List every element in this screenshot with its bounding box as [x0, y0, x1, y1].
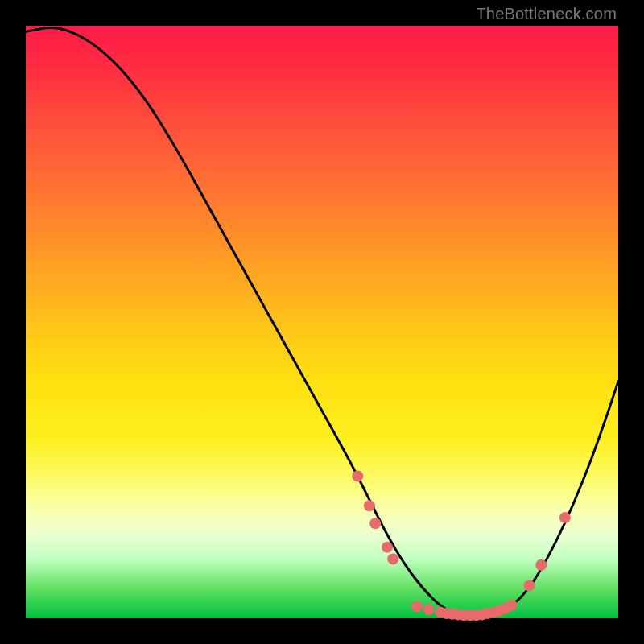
plot-area — [26, 26, 618, 618]
bottleneck-curve — [26, 27, 618, 617]
data-point — [382, 542, 393, 553]
watermark-text: TheBottleneck.com — [476, 5, 617, 23]
data-point — [369, 518, 381, 529]
chart-svg — [26, 26, 618, 618]
data-point — [535, 559, 547, 571]
data-point — [559, 512, 571, 523]
data-point — [423, 604, 435, 615]
data-point — [352, 470, 363, 481]
chart-container: TheBottleneck.com — [0, 0, 644, 644]
data-point — [364, 500, 375, 511]
data-points-group — [352, 470, 571, 621]
curve-path-group — [26, 27, 618, 617]
data-point — [411, 601, 423, 612]
data-point — [387, 553, 398, 564]
data-point — [524, 580, 535, 592]
data-point — [506, 600, 518, 611]
